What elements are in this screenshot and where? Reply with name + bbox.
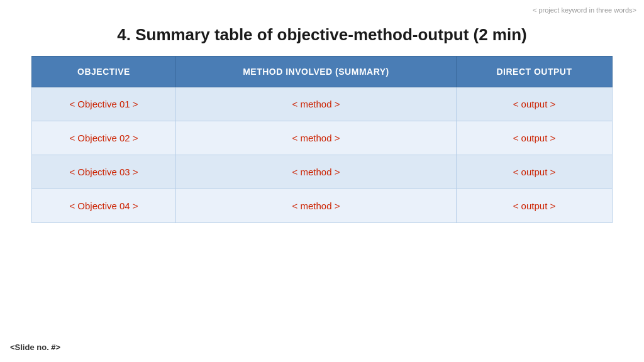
table-row: < Objective 01 >< method >< output > [32,87,613,121]
table-row: < Objective 04 >< method >< output > [32,189,613,223]
summary-table-wrapper: OBJECTIVE METHOD INVOLVED (SUMMARY) DIRE… [31,56,613,223]
cell-output-4: < output > [456,189,612,223]
cell-method-2: < method > [176,121,457,155]
cell-output-3: < output > [456,155,612,189]
slide-number-label: <Slide no. #> [10,343,60,352]
cell-output-2: < output > [456,121,612,155]
cell-method-3: < method > [176,155,457,189]
cell-objective-1: < Objective 01 > [32,87,176,121]
page-title: 4. Summary table of objective-method-out… [0,25,644,45]
cell-method-4: < method > [176,189,457,223]
cell-output-1: < output > [456,87,612,121]
cell-objective-4: < Objective 04 > [32,189,176,223]
cell-objective-3: < Objective 03 > [32,155,176,189]
project-keyword-label: < project keyword in three words> [533,6,636,14]
summary-table: OBJECTIVE METHOD INVOLVED (SUMMARY) DIRE… [31,56,613,223]
table-row: < Objective 03 >< method >< output > [32,155,613,189]
col-header-method: METHOD INVOLVED (SUMMARY) [176,57,457,87]
col-header-output: DIRECT OUTPUT [456,57,612,87]
cell-objective-2: < Objective 02 > [32,121,176,155]
col-header-objective: OBJECTIVE [32,57,176,87]
table-header-row: OBJECTIVE METHOD INVOLVED (SUMMARY) DIRE… [32,57,613,87]
cell-method-1: < method > [176,87,457,121]
table-row: < Objective 02 >< method >< output > [32,121,613,155]
